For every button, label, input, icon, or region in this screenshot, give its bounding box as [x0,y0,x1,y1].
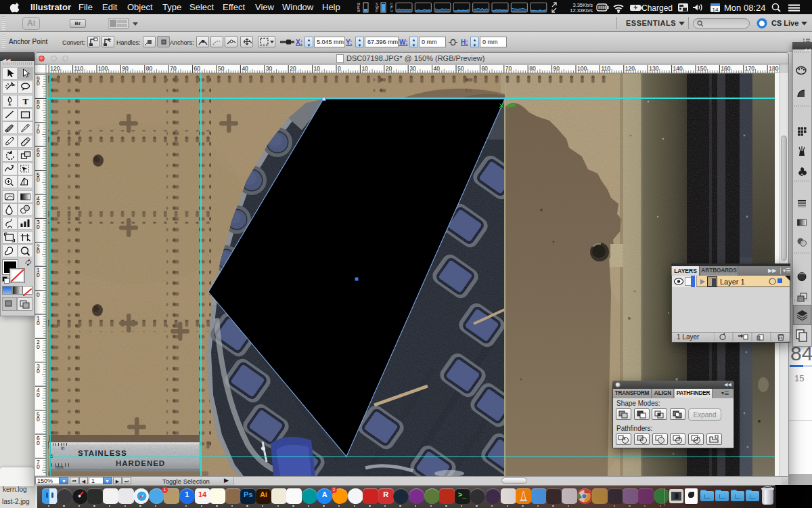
svg-text:30: 30 [37,363,40,375]
svg-text:50: 50 [37,411,40,423]
svg-text:0: 0 [37,291,40,298]
svg-text:110: 110 [74,65,84,72]
svg-text:20: 20 [37,243,40,255]
svg-text:80: 80 [37,99,40,110]
svg-text:70: 70 [37,123,40,135]
svg-text:0: 0 [338,65,341,72]
svg-text:CPU: CPU [390,2,393,13]
svg-text:90: 90 [37,75,40,87]
svg-text:20: 20 [37,339,40,350]
svg-text:30: 30 [37,219,40,230]
svg-text:40: 40 [37,195,40,207]
svg-text:SWP: SWP [376,2,379,13]
svg-text:60: 60 [37,147,40,158]
svg-text:60: 60 [37,435,40,446]
svg-text:T: T [23,96,29,106]
svg-text:MEM: MEM [357,2,360,13]
svg-text:50: 50 [37,171,40,183]
svg-text:12.33Kb/s: 12.33Kb/s [570,7,593,14]
svg-text:110: 110 [601,65,610,72]
svg-text:10: 10 [37,315,40,326]
svg-text:10: 10 [37,267,40,278]
svg-text:40: 40 [37,387,40,398]
svg-text:14: 14 [713,7,719,13]
svg-text:Charged: Charged [641,3,673,13]
svg-text:Mon 08:24: Mon 08:24 [724,3,765,13]
svg-text:70: 70 [37,459,40,470]
